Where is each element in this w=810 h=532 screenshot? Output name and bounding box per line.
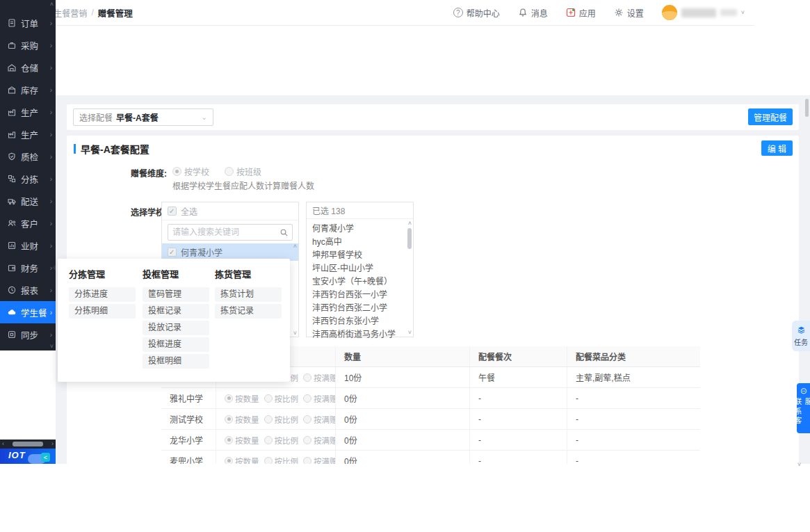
sidebar-item-finance[interactable]: 财务› (0, 257, 56, 279)
header-category: 配餐菜品分类 (567, 346, 700, 366)
radio-label: 按数量 (235, 435, 259, 446)
menu-item[interactable]: 投框记录 (143, 304, 209, 319)
selected-schools-panel: 已选 138 何青凝小学 hyc高中 坤邦早餐学校 坪山区-中山小学 宝安小学（… (306, 202, 414, 337)
cell-meal: - (469, 430, 567, 450)
checkbox-checked-icon[interactable] (168, 207, 177, 216)
contact-support-tab[interactable]: 联系客服 (797, 383, 810, 433)
radio-by-ratio[interactable]: 按比例 (264, 393, 299, 404)
messages-label: 消息 (531, 7, 548, 19)
sidebar-item-production-1[interactable]: 生产› (0, 101, 56, 123)
sidebar-horizontal-scrollbar[interactable]: ‹ › (0, 440, 56, 449)
menu-item[interactable]: 分拣进度 (69, 287, 136, 302)
settings-label: 设置 (627, 7, 644, 19)
sidebar-scroll-down-icon[interactable]: ˅ (50, 343, 54, 350)
scrollbar-thumb[interactable] (407, 228, 412, 249)
shield-icon (7, 152, 17, 161)
scroll-down-icon[interactable]: ˅ (408, 329, 412, 336)
menu-item[interactable]: 筐码管理 (143, 287, 209, 302)
school-search-input[interactable] (168, 227, 275, 237)
menu-item[interactable]: 拣货记录 (215, 304, 282, 319)
selected-list-scrollbar[interactable]: ˄ ˅ (405, 219, 413, 337)
selected-school[interactable]: 沣西钓台西张一小学 (312, 289, 403, 302)
selected-school[interactable]: 坪山区-中山小学 (312, 262, 403, 275)
sidebar-item-label: 生产 (21, 106, 38, 119)
sidebar-item-label: 仓储 (21, 61, 38, 74)
breadcrumb-separator: / (91, 8, 93, 17)
meal-plan-select[interactable]: 选择配餐 早餐-A套餐 ⌄ (73, 108, 213, 126)
user-menu[interactable]: ˅ (662, 5, 745, 20)
radio-by-threshold[interactable]: 按满赠 (303, 393, 335, 404)
iot-banner[interactable]: IOT < (0, 449, 56, 464)
sidebar-item-inventory[interactable]: 库存› (0, 79, 56, 101)
radio-by-threshold[interactable]: 按满赠 (303, 456, 335, 465)
apps-button[interactable]: 应用 (566, 7, 596, 19)
edit-button[interactable]: 编 辑 (761, 140, 793, 156)
scroll-up-icon[interactable]: ˄ (408, 220, 412, 227)
select-all-label: 全选 (181, 205, 197, 217)
settings-button[interactable]: 设置 (614, 7, 644, 19)
selected-school[interactable]: 宝安小学（午+晚餐） (312, 275, 403, 289)
sidebar-item-delivery[interactable]: 配送› (0, 190, 56, 212)
selected-school[interactable]: hyc高中 (312, 236, 403, 249)
topbar-actions: ? 帮助中心 消息 应用 (453, 5, 745, 20)
selected-school[interactable]: 坤邦早餐学校 (312, 249, 403, 262)
radio-by-threshold[interactable]: 按满赠 (303, 414, 335, 425)
radio-by-class[interactable]: 按班级 (225, 166, 261, 177)
checkbox-checked-icon[interactable] (168, 248, 177, 257)
sidebar-item-sync[interactable]: 同步› (0, 323, 56, 346)
sidebar-item-sorting[interactable]: 分拣› (0, 168, 56, 190)
menu-item[interactable]: 投框进度 (143, 337, 209, 352)
cell-meal: - (469, 388, 567, 408)
radio-label: 按比例 (275, 435, 299, 446)
selected-school[interactable]: 何青凝小学 (312, 223, 403, 236)
radio-by-ratio[interactable]: 按比例 (264, 414, 299, 425)
sidebar-item-production-2[interactable]: 生产› (0, 123, 56, 145)
sidebar-item-reports[interactable]: 报表› (0, 279, 56, 301)
scroll-down-icon[interactable]: ˅ (797, 461, 801, 468)
scrollbar-thumb[interactable] (13, 442, 43, 446)
sidebar-item-purchase[interactable]: 采购› (0, 34, 56, 56)
radio-by-ratio[interactable]: 按比例 (264, 456, 299, 465)
scroll-left-icon[interactable]: ‹ (2, 440, 4, 447)
manage-meals-button[interactable]: 管理配餐 (748, 108, 793, 125)
list-scroll-down-icon[interactable]: ˅ (293, 330, 297, 337)
sidebar-item-warehouse[interactable]: 仓储› (0, 56, 56, 79)
sidebar-item-customers[interactable]: 客户› (0, 212, 56, 234)
radio-label: 按满赠 (314, 456, 335, 465)
messages-button[interactable]: 消息 (518, 7, 548, 19)
scrollbar-thumb[interactable] (805, 99, 809, 117)
selected-school[interactable]: 沣西钓台西张二小学 (312, 302, 403, 315)
sidebar-item-student-meals[interactable]: 学生餐› (0, 301, 56, 323)
sidebar-item-bizfinance[interactable]: 业财› (0, 234, 56, 257)
radio-by-quantity[interactable]: 按数量 (225, 414, 259, 425)
menu-item[interactable]: 投框明细 (143, 354, 209, 369)
list-scroll-up-icon[interactable]: ˄ (293, 243, 297, 250)
sidebar-scroll-up-icon[interactable]: ˄ (50, 1, 54, 8)
radio-by-quantity[interactable]: 按数量 (225, 456, 259, 465)
radio-label: 按满赠 (314, 435, 335, 446)
cell-school: 龙华小学 (161, 430, 216, 450)
help-center-button[interactable]: ? 帮助中心 (453, 7, 500, 19)
school-search (162, 220, 298, 243)
menu-item[interactable]: 拣货计划 (215, 287, 282, 302)
radio-by-quantity[interactable]: 按数量 (225, 393, 259, 404)
radio-by-school[interactable]: 按学校 (172, 166, 209, 177)
cell-category: - (567, 430, 700, 450)
selected-school[interactable]: 沣西高桥街道马务小学 (312, 328, 403, 341)
selected-school[interactable]: 沣西钓台东张小学 (312, 315, 403, 328)
radio-by-threshold[interactable]: 按满赠 (303, 435, 335, 446)
search-icon[interactable] (275, 225, 292, 240)
menu-item[interactable]: 投放记录 (143, 321, 209, 335)
scroll-right-icon[interactable]: › (51, 440, 54, 447)
bell-icon (518, 8, 528, 17)
menu-item[interactable]: 分拣明细 (69, 304, 136, 319)
table-row: 龙华小学 按数量 按比例 按满赠 0份 - - (161, 430, 700, 451)
select-all-row[interactable]: 全选 (162, 202, 298, 220)
radio-by-quantity[interactable]: 按数量 (225, 435, 259, 446)
sidebar-item-orders[interactable]: 订单› (0, 12, 56, 34)
flyout-column-title: 投框管理 (143, 267, 209, 280)
tasks-tab[interactable]: 任务 (792, 321, 810, 351)
radio-by-ratio[interactable]: 按比例 (264, 435, 299, 446)
sidebar-item-quality[interactable]: 质检› (0, 145, 56, 168)
radio-by-threshold[interactable]: 按满赠 (303, 372, 335, 383)
